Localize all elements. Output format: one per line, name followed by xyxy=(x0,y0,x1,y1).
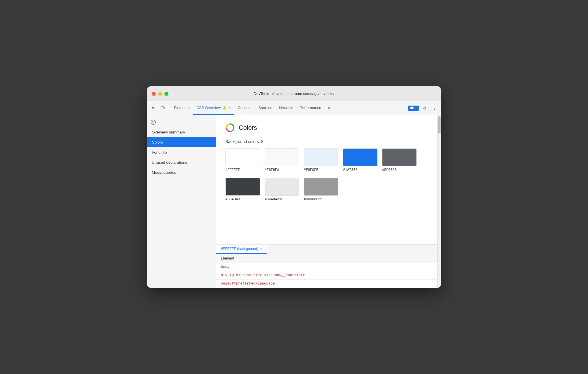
chat-badge[interactable]: 💬 1 xyxy=(408,106,419,111)
color-label-5f6368: #5F6368 xyxy=(382,168,397,172)
settings-icon[interactable]: ⚙ xyxy=(421,104,429,112)
color-label-3c40431f: #3C40431F xyxy=(265,197,283,201)
color-item-f8f9fa[interactable]: #F8F9FA xyxy=(265,148,299,172)
sidebar-item-overview-summary[interactable]: Overview summary xyxy=(147,127,216,137)
tab-sources[interactable]: Sources xyxy=(255,101,276,115)
color-item-5f6368[interactable]: #5F6368 xyxy=(382,148,417,172)
color-swatch-5f6368 xyxy=(382,148,417,166)
window-title: DevTools - developer.chrome.com/tags/dev… xyxy=(254,91,334,96)
color-swatch-f8f9fa xyxy=(265,148,299,166)
bottom-content: Element body div.lg:display-flex.side-na… xyxy=(216,254,437,288)
bottom-tab-ffffff[interactable]: #FFFFFF (background) ✕ xyxy=(216,245,267,254)
sidebar-item-font-info[interactable]: Font info xyxy=(147,147,216,157)
colors-panel: Colors Background colors: 8 #FFFFFF #F8F… xyxy=(216,115,437,244)
traffic-lights xyxy=(152,92,168,96)
toolbar-left-icons xyxy=(149,101,169,115)
device-icon[interactable] xyxy=(159,104,167,112)
color-item-3c4043[interactable]: #3C4043 xyxy=(225,178,260,201)
toolbar: Elements CSS Overview 🔔 ✕ Console Source… xyxy=(147,101,441,115)
color-grid: #FFFFFF #F8F9FA #E8F0FE #1A73E8 xyxy=(225,148,428,172)
sidebar: ⊘ Overview summary Colors Font info Unus… xyxy=(147,115,216,288)
sidebar-item-media-queries[interactable]: Media queries xyxy=(147,167,216,178)
color-item-1a73e8[interactable]: #1A73E8 xyxy=(343,148,378,172)
tab-css-overview[interactable]: CSS Overview 🔔 ✕ xyxy=(193,101,234,115)
bottom-panel: #FFFFFF (background) ✕ Element body div.… xyxy=(216,244,437,288)
maximize-button[interactable] xyxy=(164,92,168,96)
bottom-tabs: #FFFFFF (background) ✕ xyxy=(216,245,437,254)
svg-rect-0 xyxy=(161,107,164,109)
color-swatch-00000066 xyxy=(304,178,338,196)
color-grid-2: #3C4043 #3C40431F #00000066 xyxy=(225,178,428,201)
more-icon[interactable]: ⋮ xyxy=(430,104,439,112)
warning-icon: 🔔 xyxy=(222,106,226,110)
color-item-ffffff[interactable]: #FFFFFF xyxy=(225,148,260,172)
color-item-e8f0fe[interactable]: #E8F0FE xyxy=(304,148,338,172)
color-item-00000066[interactable]: #00000066 xyxy=(304,178,338,201)
element-row-body[interactable]: body xyxy=(216,263,437,271)
devtools-window: DevTools - developer.chrome.com/tags/dev… xyxy=(147,86,441,288)
main-content: ⊘ Overview summary Colors Font info Unus… xyxy=(147,115,441,288)
tab-console[interactable]: Console xyxy=(234,101,255,115)
chat-icon: 💬 xyxy=(410,106,414,110)
color-swatch-3c4043 xyxy=(225,178,260,196)
panel-title: Colors xyxy=(239,124,257,131)
scrollbar-thumb[interactable] xyxy=(438,116,441,133)
element-column-header: Element xyxy=(216,254,437,263)
color-label-3c4043: #3C4043 xyxy=(225,197,240,201)
sidebar-item-unused-declarations[interactable]: Unused declarations xyxy=(147,157,216,167)
color-label-f8f9fa: #F8F9FA xyxy=(265,168,279,172)
element-row-select[interactable]: select#preferred-language xyxy=(216,280,437,288)
svg-rect-1 xyxy=(164,107,165,109)
scrollbar[interactable] xyxy=(437,115,441,288)
color-swatch-1a73e8 xyxy=(343,148,378,166)
close-button[interactable] xyxy=(152,92,156,96)
color-item-3c40431f[interactable]: #3C40431F xyxy=(265,178,299,201)
google-logo xyxy=(225,123,235,132)
block-icon: ⊘ xyxy=(151,120,156,125)
color-label-00000066: #00000066 xyxy=(304,197,323,201)
color-label-1a73e8: #1A73E8 xyxy=(343,168,357,172)
tab-close-icon[interactable]: ✕ xyxy=(228,106,231,110)
background-colors-label: Background colors: 8 xyxy=(225,139,428,144)
content-area: Colors Background colors: 8 #FFFFFF #F8F… xyxy=(216,115,437,288)
color-label-ffffff: #FFFFFF xyxy=(225,168,240,172)
sidebar-no-icon: ⊘ xyxy=(147,117,216,127)
panel-header: Colors xyxy=(225,123,428,132)
toolbar-right: 💬 1 ⚙ ⋮ xyxy=(408,101,439,115)
color-swatch-ffffff xyxy=(225,148,260,166)
cursor-icon[interactable] xyxy=(149,104,158,112)
sidebar-item-colors[interactable]: Colors xyxy=(147,137,216,147)
tab-performance[interactable]: Performance xyxy=(296,101,325,115)
element-row-div[interactable]: div.lg:display-flex.side-nav__container xyxy=(216,271,437,280)
titlebar: DevTools - developer.chrome.com/tags/dev… xyxy=(147,86,441,101)
color-swatch-3c40431f xyxy=(265,178,299,196)
color-label-e8f0fe: #E8F0FE xyxy=(304,168,318,172)
bottom-tab-close-icon[interactable]: ✕ xyxy=(260,247,263,251)
tab-elements[interactable]: Elements xyxy=(170,101,193,115)
tab-more[interactable]: » xyxy=(325,101,333,115)
color-swatch-e8f0fe xyxy=(304,148,338,166)
tab-network[interactable]: Network xyxy=(276,101,296,115)
minimize-button[interactable] xyxy=(158,92,162,96)
